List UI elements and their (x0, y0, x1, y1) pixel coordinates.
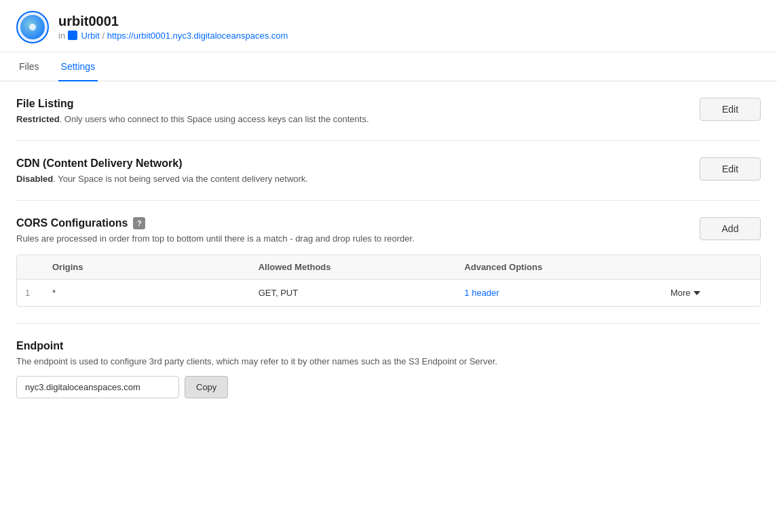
cors-col-num (25, 262, 52, 272)
cors-more-button[interactable]: More (670, 288, 700, 298)
breadcrumb-url-link[interactable]: https://urbit0001.nyc3.digitaloceanspace… (107, 31, 288, 41)
cdn-description: Disabled. Your Space is not being served… (16, 174, 683, 184)
cors-title-text: CORS Configurations (16, 217, 128, 229)
avatar (16, 11, 49, 43)
cors-col-advanced: Advanced Options (464, 262, 670, 272)
file-listing-desc-text: . Only users who connect to this Space u… (60, 114, 369, 124)
cdn-action: Edit (700, 157, 761, 180)
cdn-title: CDN (Content Delivery Network) (16, 157, 683, 170)
cdn-edit-button[interactable]: Edit (700, 157, 761, 180)
cors-table: Origins Allowed Methods Advanced Options… (16, 254, 761, 307)
cors-row-methods: GET, PUT (259, 288, 465, 298)
breadcrumb-separator: / (102, 31, 107, 41)
breadcrumb-space-link[interactable]: Urbit (81, 31, 99, 41)
chevron-down-icon (694, 291, 700, 295)
cors-col-origins: Origins (52, 262, 259, 272)
cors-action: Add (700, 217, 761, 240)
cors-col-actions (670, 262, 752, 272)
header-text: urbit0001 in Urbit / https://urbit0001.n… (58, 14, 288, 41)
cdn-status: Disabled (16, 174, 53, 184)
cors-info: CORS Configurations ? Rules are processe… (16, 217, 683, 244)
file-listing-description: Restricted. Only users who connect to th… (16, 114, 683, 124)
breadcrumb-prefix: in (58, 31, 65, 41)
cors-help-icon[interactable]: ? (133, 217, 145, 229)
avatar-image (20, 15, 45, 39)
file-listing-status: Restricted (16, 114, 60, 124)
tab-files[interactable]: Files (16, 53, 42, 81)
cors-section-header: CORS Configurations ? Rules are processe… (16, 217, 761, 244)
tab-settings[interactable]: Settings (58, 53, 98, 81)
file-listing-info: File Listing Restricted. Only users who … (16, 98, 683, 124)
cors-table-header: Origins Allowed Methods Advanced Options (17, 255, 760, 280)
table-row: 1 * GET, PUT 1 header More (17, 280, 760, 306)
endpoint-input[interactable] (16, 376, 179, 398)
copy-button[interactable]: Copy (185, 376, 228, 398)
file-listing-edit-button[interactable]: Edit (700, 98, 761, 121)
cors-col-methods: Allowed Methods (259, 262, 465, 272)
cdn-desc-text: . Your Space is not being served via the… (53, 174, 308, 184)
cdn-info: CDN (Content Delivery Network) Disabled.… (16, 157, 683, 184)
cors-row-more: More (670, 288, 752, 298)
endpoint-title: Endpoint (16, 340, 761, 352)
avatar-dot (29, 24, 36, 31)
tab-bar: Files Settings (0, 52, 777, 81)
space-title: urbit0001 (58, 14, 288, 29)
file-listing-section: File Listing Restricted. Only users who … (16, 81, 761, 141)
cdn-section: CDN (Content Delivery Network) Disabled.… (16, 141, 761, 201)
cors-add-button[interactable]: Add (700, 217, 761, 240)
cors-description: Rules are processed in order from top to… (16, 233, 683, 244)
cors-section: CORS Configurations ? Rules are processe… (16, 201, 761, 324)
endpoint-input-row: Copy (16, 376, 761, 398)
cors-title: CORS Configurations ? (16, 217, 683, 229)
cors-advanced-link[interactable]: 1 header (464, 288, 499, 298)
cors-more-label: More (670, 288, 691, 298)
cors-row-origin: * (52, 288, 259, 298)
endpoint-description: The endpoint is used to configure 3rd pa… (16, 356, 761, 366)
file-listing-action: Edit (700, 98, 761, 121)
settings-content: File Listing Restricted. Only users who … (0, 81, 777, 415)
breadcrumb: in Urbit / https://urbit0001.nyc3.digita… (58, 31, 288, 41)
file-listing-title: File Listing (16, 98, 683, 110)
cors-row-advanced: 1 header (464, 288, 670, 298)
space-icon (68, 31, 77, 40)
endpoint-section: Endpoint The endpoint is used to configu… (16, 324, 761, 415)
cors-row-num: 1 (25, 288, 52, 298)
page-header: urbit0001 in Urbit / https://urbit0001.n… (0, 0, 777, 52)
